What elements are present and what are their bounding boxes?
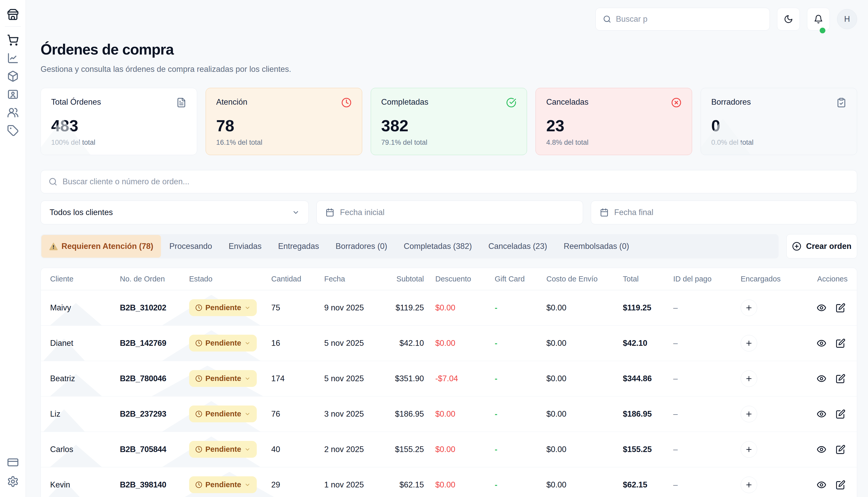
- actions-cell: [816, 374, 848, 384]
- order-search-input[interactable]: [62, 177, 849, 186]
- global-search: [595, 8, 770, 30]
- tab-label: Borradores (0): [336, 242, 387, 251]
- payment-id-cell: –: [673, 374, 741, 383]
- actions-cell: [816, 338, 848, 348]
- payment-id-cell: –: [673, 339, 741, 348]
- add-manager-button[interactable]: [741, 300, 757, 316]
- sidebar-item-tags[interactable]: [7, 124, 19, 137]
- tab-entregadas[interactable]: Entregadas: [270, 235, 327, 258]
- add-manager-button[interactable]: [741, 477, 757, 493]
- sidebar-item-customers[interactable]: [7, 106, 19, 119]
- tab-requieren-atencion[interactable]: Requieren Atención (78): [41, 235, 161, 258]
- global-search-input[interactable]: [616, 14, 762, 24]
- status-badge[interactable]: Pendiente: [189, 335, 257, 352]
- chevron-down-icon: [244, 482, 250, 488]
- edit-order-button[interactable]: [836, 303, 845, 313]
- date-start-label: Fecha inicial: [340, 208, 385, 217]
- view-order-button[interactable]: [816, 374, 826, 384]
- view-order-button[interactable]: [816, 480, 826, 490]
- eye-icon: [816, 444, 826, 454]
- sidebar-bottom: [7, 456, 19, 488]
- order-number-cell: B2B_398140: [120, 480, 189, 489]
- view-order-button[interactable]: [816, 338, 826, 348]
- sidebar-item-billing[interactable]: [7, 456, 19, 469]
- status-badge[interactable]: Pendiente: [189, 299, 257, 316]
- tab-reembolsadas[interactable]: Reembolsadas (0): [555, 235, 637, 258]
- tab-completadas[interactable]: Completadas (382): [395, 235, 480, 258]
- status-label: Pendiente: [205, 410, 241, 418]
- date-cell: 5 nov 2025: [324, 374, 386, 383]
- subtotal-cell: $155.25: [386, 445, 435, 454]
- add-manager-button[interactable]: [741, 406, 757, 422]
- create-order-button[interactable]: Crear orden: [786, 234, 857, 258]
- date-end-input[interactable]: Fecha final: [591, 201, 857, 224]
- status-badge[interactable]: Pendiente: [189, 406, 257, 422]
- payment-id-cell: –: [673, 303, 741, 312]
- stats-row: Total Órdenes 483 100% del total Atenció…: [41, 88, 857, 155]
- column-header-pago: ID del pago: [673, 275, 741, 283]
- client-filter-select[interactable]: Todos los clientes: [41, 201, 309, 224]
- managers-cell: [741, 335, 816, 352]
- chevron-down-icon: [292, 209, 300, 216]
- check-circle-icon: [506, 97, 517, 108]
- user-avatar[interactable]: H: [837, 9, 857, 29]
- tab-borradores[interactable]: Borradores (0): [327, 235, 395, 258]
- sidebar-item-products[interactable]: [7, 70, 19, 83]
- total-cell: $344.86: [623, 374, 673, 383]
- edit-order-button[interactable]: [836, 409, 845, 419]
- sidebar-item-orders[interactable]: [7, 34, 19, 46]
- users-icon: [7, 106, 19, 118]
- table-row: Liz B2B_237293 Pendiente 76 3 nov 2025 $…: [41, 396, 857, 432]
- sidebar-item-contacts[interactable]: [7, 88, 19, 101]
- edit-order-button[interactable]: [836, 444, 845, 454]
- date-cell: 9 nov 2025: [324, 303, 386, 312]
- stat-caption: 100% del total: [51, 139, 187, 146]
- client-cell: Maivy: [50, 303, 120, 312]
- client-cell: Carlos: [50, 445, 120, 454]
- subtotal-cell: $186.95: [386, 409, 435, 419]
- managers-cell: [741, 406, 816, 422]
- status-badge[interactable]: Pendiente: [189, 441, 257, 458]
- chevron-down-icon: [244, 411, 250, 417]
- discount-cell: $0.00: [435, 303, 495, 312]
- topbar: H: [41, 8, 857, 30]
- stat-label: Total Órdenes: [51, 97, 101, 107]
- add-manager-button[interactable]: [741, 335, 757, 352]
- clock-icon: [195, 304, 202, 311]
- tab-canceladas[interactable]: Canceladas (23): [480, 235, 555, 258]
- chevron-down-icon: [244, 375, 250, 382]
- status-badge[interactable]: Pendiente: [189, 476, 257, 493]
- total-cell: $186.95: [623, 409, 673, 419]
- managers-cell: [741, 441, 816, 458]
- stat-label: Canceladas: [546, 97, 589, 107]
- tab-enviadas[interactable]: Enviadas: [220, 235, 270, 258]
- edit-order-button[interactable]: [836, 338, 845, 348]
- quantity-cell: 76: [271, 409, 324, 419]
- clock-icon: [341, 97, 351, 108]
- edit-order-button[interactable]: [836, 480, 845, 490]
- status-badge[interactable]: Pendiente: [189, 370, 257, 387]
- date-start-input[interactable]: Fecha inicial: [317, 201, 583, 224]
- status-label: Pendiente: [205, 445, 241, 454]
- warning-triangle-icon: [49, 242, 58, 251]
- sidebar: [0, 0, 26, 497]
- clipboard-check-icon: [836, 97, 847, 108]
- view-order-button[interactable]: [816, 303, 826, 313]
- store-logo[interactable]: [7, 8, 19, 21]
- edit-order-button[interactable]: [836, 374, 845, 384]
- notifications-button[interactable]: [807, 8, 830, 30]
- add-manager-button[interactable]: [741, 370, 757, 387]
- status-label: Pendiente: [205, 374, 241, 383]
- add-manager-button[interactable]: [741, 441, 757, 458]
- tab-procesando[interactable]: Procesando: [161, 235, 220, 258]
- sidebar-item-settings[interactable]: [7, 475, 19, 488]
- theme-toggle-button[interactable]: [777, 8, 800, 30]
- eye-icon: [816, 374, 826, 384]
- quantity-cell: 40: [271, 445, 324, 454]
- discount-cell: $0.00: [435, 445, 495, 454]
- quantity-cell: 29: [271, 480, 324, 489]
- total-cell: $119.25: [623, 303, 673, 312]
- sidebar-item-analytics[interactable]: [7, 52, 19, 65]
- view-order-button[interactable]: [816, 444, 826, 454]
- view-order-button[interactable]: [816, 409, 826, 419]
